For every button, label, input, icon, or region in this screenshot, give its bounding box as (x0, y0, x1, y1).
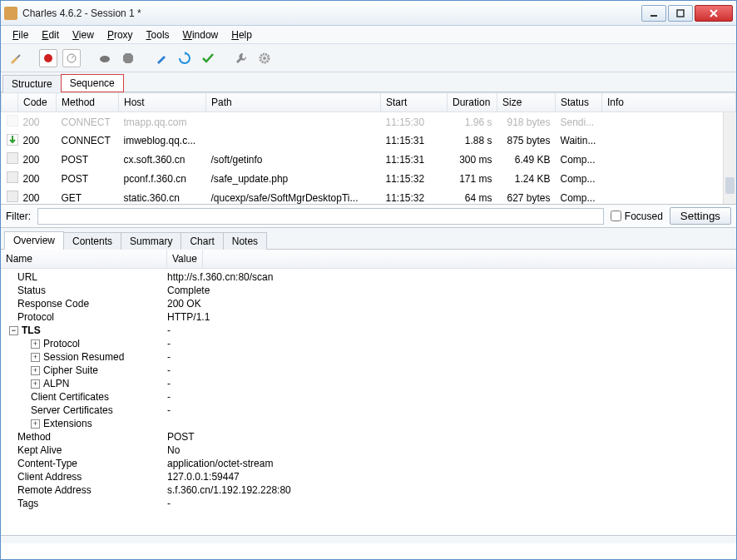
detail-row[interactable]: StatusComplete (1, 284, 736, 297)
turtle-icon[interactable] (96, 49, 114, 67)
detail-row[interactable]: +ALPN- (1, 377, 736, 390)
filter-label: Filter: (6, 211, 31, 222)
col-start[interactable]: Start (381, 93, 448, 112)
detail-row[interactable]: Server Certificates- (1, 404, 736, 417)
detail-name: URL (1, 271, 167, 283)
detail-row[interactable]: +Extensions (1, 417, 736, 430)
maximize-button[interactable] (668, 5, 693, 22)
expand-icon[interactable]: + (31, 366, 40, 375)
expand-icon[interactable]: + (31, 419, 40, 429)
col-method[interactable]: Method (57, 93, 119, 112)
detail-row[interactable]: +Protocol- (1, 337, 736, 350)
expand-icon[interactable]: + (31, 353, 40, 362)
filter-input[interactable] (37, 208, 604, 225)
detail-tabs: Overview Contents Summary Chart Notes (1, 228, 736, 250)
gear-icon[interactable] (255, 49, 274, 67)
detail-name: +Cipher Suite (1, 364, 167, 376)
tab-structure[interactable]: Structure (2, 75, 62, 92)
tab-sequence[interactable]: Sequence (61, 74, 124, 92)
detail-value: - (167, 351, 736, 363)
col-info[interactable]: Info (602, 93, 736, 112)
tab-contents[interactable]: Contents (63, 232, 121, 250)
menu-file[interactable]: File (6, 27, 35, 42)
detail-value: http://s.f.360.cn:80/scan (167, 271, 736, 283)
detail-row[interactable]: Content-Typeapplication/octet-stream (1, 457, 736, 470)
detail-col-name[interactable]: Name (1, 250, 167, 268)
tab-chart[interactable]: Chart (181, 232, 223, 250)
detail-name: Kept Alive (1, 444, 167, 456)
stop-icon[interactable] (119, 49, 137, 67)
detail-row[interactable]: MethodPOST (1, 430, 736, 444)
statusbar (1, 535, 736, 543)
detail-value: 127.0.0.1:59447 (167, 471, 736, 483)
menu-proxy[interactable]: Proxy (101, 27, 140, 42)
menu-tools[interactable]: Tools (140, 27, 176, 42)
detail-row[interactable]: Client Address127.0.0.1:59447 (1, 470, 736, 483)
detail-name: Status (1, 285, 167, 296)
detail-row[interactable]: ProtocolHTTP/1.1 (1, 310, 736, 324)
pencil-icon[interactable] (152, 49, 171, 67)
refresh-icon[interactable] (176, 49, 194, 67)
detail-value: - (167, 404, 736, 416)
detail-value: POST (167, 431, 736, 443)
tab-notes[interactable]: Notes (223, 232, 267, 250)
window-title: Charles 4.6.2 - Session 1 * (22, 7, 641, 19)
detail-name: −TLS (1, 325, 167, 336)
close-button[interactable] (695, 5, 733, 22)
wrench-icon[interactable] (232, 49, 250, 67)
col-code[interactable]: Code (18, 93, 57, 112)
filter-bar: Filter: Focused Settings (1, 205, 736, 228)
detail-row[interactable]: Remote Addresss.f.360.cn/1.192.192.228:8… (1, 483, 736, 497)
detail-name: Protocol (1, 311, 167, 323)
table-row[interactable]: 200 CONNECT tmapp.qq.com 11:15:30 1.96 s… (2, 112, 736, 132)
overview-panel: URLhttp://s.f.360.cn:80/scanStatusComple… (1, 269, 736, 535)
col-status[interactable]: Status (556, 93, 602, 112)
request-table: Code Method Host Path Start Duration Siz… (1, 92, 736, 205)
menu-edit[interactable]: Edit (35, 27, 66, 42)
expand-icon[interactable]: + (31, 379, 40, 389)
table-row[interactable]: 200 POST pconf.f.360.cn /safe_update.php… (2, 169, 736, 188)
menu-view[interactable]: View (66, 27, 101, 42)
detail-name: +ALPN (1, 378, 167, 389)
detail-name: Content-Type (1, 458, 167, 469)
expand-icon[interactable]: + (31, 339, 40, 349)
detail-row[interactable]: −TLS- (1, 324, 736, 337)
tab-summary[interactable]: Summary (121, 232, 181, 250)
scroll-thumb[interactable] (725, 177, 735, 194)
col-size[interactable]: Size (497, 93, 556, 112)
col-path[interactable]: Path (206, 93, 381, 112)
check-icon[interactable] (199, 49, 217, 67)
detail-value: HTTP/1.1 (167, 311, 736, 323)
collapse-icon[interactable]: − (9, 326, 18, 335)
table-row[interactable]: 200 CONNECT imweblog.qq.c... 11:15:31 1.… (2, 131, 736, 150)
table-scrollbar[interactable] (723, 112, 736, 204)
broom-icon[interactable] (6, 49, 24, 67)
detail-row[interactable]: URLhttp://s.f.360.cn:80/scan (1, 270, 736, 284)
detail-row[interactable]: Client Certificates- (1, 390, 736, 404)
col-host[interactable]: Host (119, 93, 206, 112)
throttle-button[interactable] (62, 49, 81, 67)
detail-value: - (167, 325, 736, 336)
detail-col-value[interactable]: Value (167, 250, 203, 268)
menu-window[interactable]: Window (176, 27, 225, 42)
detail-row[interactable]: +Session Resumed- (1, 350, 736, 364)
request-icon (7, 191, 18, 202)
menu-help[interactable]: Help (225, 27, 259, 42)
detail-row[interactable]: Response Code200 OK (1, 297, 736, 310)
detail-value: - (167, 364, 736, 376)
detail-name: Tags (1, 498, 167, 509)
minimize-button[interactable] (641, 5, 666, 22)
detail-name: Method (1, 431, 167, 443)
settings-button[interactable]: Settings (670, 207, 731, 225)
detail-row[interactable]: +Cipher Suite- (1, 364, 736, 377)
focused-checkbox[interactable]: Focused (611, 211, 663, 222)
detail-row[interactable]: Kept AliveNo (1, 444, 736, 457)
detail-value: - (167, 498, 736, 509)
table-row[interactable]: 200 GET static.360.cn /qucexp/safe/SoftM… (2, 188, 736, 205)
tab-overview[interactable]: Overview (4, 231, 64, 250)
table-row[interactable]: 200 POST cx.soft.360.cn /soft/getinfo 11… (2, 150, 736, 169)
record-button[interactable] (39, 49, 57, 67)
col-duration[interactable]: Duration (448, 93, 497, 112)
detail-row[interactable]: Tags- (1, 497, 736, 510)
detail-value: 200 OK (167, 298, 736, 310)
